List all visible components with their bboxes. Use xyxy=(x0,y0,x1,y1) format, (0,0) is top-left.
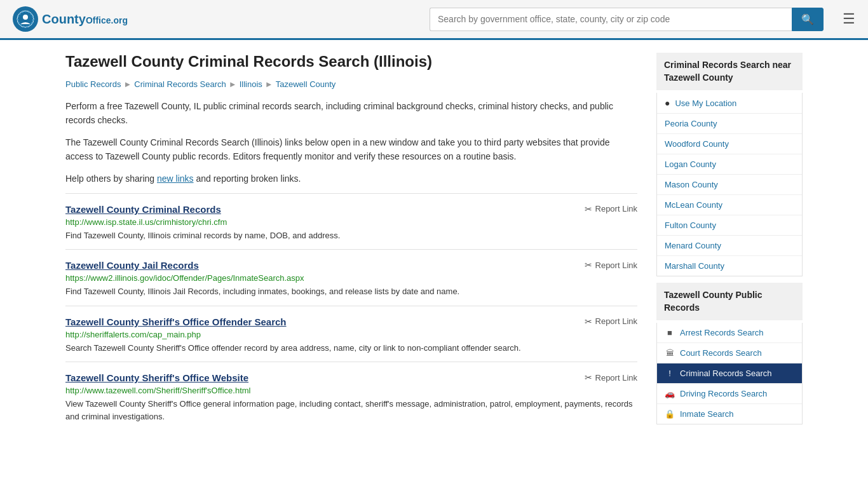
link-item-header: Tazewell County Sheriff's Office Offende… xyxy=(65,316,637,327)
link-item: Tazewell County Criminal Records ✂ Repor… xyxy=(65,193,637,250)
link-url-1: https://www2.illinois.gov/idoc/Offender/… xyxy=(65,273,637,283)
link-desc-0: Find Tazewell County, Illinois criminal … xyxy=(65,229,637,242)
sidebar: Criminal Records Search near Tazewell Co… xyxy=(656,53,803,431)
public-records-link-3[interactable]: 🚗Driving Records Search xyxy=(657,384,802,404)
description-2: The Tazewell County Criminal Records Sea… xyxy=(65,135,637,164)
link-item-header: Tazewell County Criminal Records ✂ Repor… xyxy=(65,204,637,215)
public-records-link-2[interactable]: !Criminal Records Search xyxy=(657,363,802,384)
description-3: Help others by sharing new links and rep… xyxy=(65,172,637,186)
link-title-3[interactable]: Tazewell County Sheriff's Office Website xyxy=(65,372,248,383)
public-records-links: ■Arrest Records Search🏛Court Records Sea… xyxy=(656,323,803,424)
logo-org: Office.org xyxy=(86,15,128,25)
nearby-county-7[interactable]: Marshall County xyxy=(657,256,802,276)
breadcrumb-tazewell[interactable]: Tazewell County xyxy=(276,79,336,89)
link-title-0[interactable]: Tazewell County Criminal Records xyxy=(65,204,221,215)
scissors-icon: ✂ xyxy=(585,260,592,270)
public-records-label-3: Driving Records Search xyxy=(680,389,767,398)
main-container: Tazewell County Criminal Records Search … xyxy=(53,40,815,444)
link-item-header: Tazewell County Jail Records ✂ Report Li… xyxy=(65,260,637,271)
link-item-header: Tazewell County Sheriff's Office Website… xyxy=(65,372,637,383)
link-item: Tazewell County Jail Records ✂ Report Li… xyxy=(65,249,637,306)
link-title-1[interactable]: Tazewell County Jail Records xyxy=(65,260,199,271)
public-records-label-0: Arrest Records Search xyxy=(680,328,764,337)
breadcrumb: Public Records ► Criminal Records Search… xyxy=(65,79,637,89)
link-desc-2: Search Tazewell County Sheriff's Office … xyxy=(65,342,637,355)
use-my-location-label: Use My Location xyxy=(675,98,736,108)
link-icon-3: 🚗 xyxy=(665,389,675,398)
content-area: Tazewell County Criminal Records Search … xyxy=(65,53,637,431)
public-records-section-header: Tazewell County Public Records xyxy=(656,283,803,320)
breadcrumb-illinois[interactable]: Illinois xyxy=(240,79,262,89)
nearby-county-3[interactable]: Mason County xyxy=(657,175,802,195)
public-records-label-1: Court Records Search xyxy=(680,348,762,358)
link-icon-2: ! xyxy=(665,369,675,378)
link-url-0: http://www.isp.state.il.us/crimhistory/c… xyxy=(65,217,637,227)
report-link-button-0[interactable]: ✂ Report Link xyxy=(585,204,637,214)
menu-button[interactable]: ☰ xyxy=(843,11,855,27)
nearby-county-6[interactable]: Menard County xyxy=(657,236,802,256)
nearby-links: ● Use My Location Peoria CountyWoodford … xyxy=(656,93,803,276)
search-button[interactable]: 🔍 xyxy=(792,8,824,31)
link-icon-0: ■ xyxy=(665,328,675,337)
logo-icon xyxy=(13,6,38,32)
link-item: Tazewell County Sheriff's Office Website… xyxy=(65,362,637,430)
link-url-3: http://www.tazewell.com/Sheriff/Sheriff'… xyxy=(65,386,637,395)
nearby-county-1[interactable]: Woodford County xyxy=(657,134,802,154)
public-records-label-2: Criminal Records Search xyxy=(680,369,772,378)
nearby-section-header: Criminal Records Search near Tazewell Co… xyxy=(656,53,803,90)
nearby-county-4[interactable]: McLean County xyxy=(657,195,802,215)
nearby-counties: Peoria CountyWoodford CountyLogan County… xyxy=(657,114,802,276)
nearby-county-0[interactable]: Peoria County xyxy=(657,114,802,134)
use-my-location[interactable]: ● Use My Location xyxy=(657,93,802,114)
nearby-county-2[interactable]: Logan County xyxy=(657,154,802,175)
public-records-label-4: Inmate Search xyxy=(680,409,734,419)
link-url-2: http://sheriffalerts.com/cap_main.php xyxy=(65,330,637,339)
report-label: Report Link xyxy=(595,316,637,326)
link-desc-1: Find Tazewell County, Illinois Jail Reco… xyxy=(65,285,637,298)
public-records-link-1[interactable]: 🏛Court Records Search xyxy=(657,343,802,363)
report-link-button-2[interactable]: ✂ Report Link xyxy=(585,316,637,327)
link-icon-1: 🏛 xyxy=(665,348,675,358)
logo-text: CountyOffice.org xyxy=(42,12,128,27)
link-item: Tazewell County Sheriff's Office Offende… xyxy=(65,306,637,362)
nearby-title: Criminal Records Search near Tazewell Co… xyxy=(664,59,795,84)
public-records-link-0[interactable]: ■Arrest Records Search xyxy=(657,323,802,343)
page-title: Tazewell County Criminal Records Search … xyxy=(65,53,637,71)
description-1: Perform a free Tazewell County, IL publi… xyxy=(65,99,637,128)
report-label: Report Link xyxy=(595,373,637,383)
location-icon: ● xyxy=(665,98,670,108)
search-input[interactable] xyxy=(430,8,792,31)
report-link-button-3[interactable]: ✂ Report Link xyxy=(585,372,637,383)
search-bar: 🔍 xyxy=(430,8,824,31)
scissors-icon: ✂ xyxy=(585,316,592,327)
new-links-link[interactable]: new links xyxy=(157,173,194,184)
link-icon-4: 🔒 xyxy=(665,409,675,419)
scissors-icon: ✂ xyxy=(585,372,592,383)
scissors-icon: ✂ xyxy=(585,204,592,214)
report-label: Report Link xyxy=(595,204,637,214)
public-records-title: Tazewell County Public Records xyxy=(664,289,795,314)
svg-point-1 xyxy=(23,15,28,20)
nearby-county-5[interactable]: Fulton County xyxy=(657,215,802,236)
link-desc-3: View Tazewell County Sheriff's Office ge… xyxy=(65,398,637,423)
breadcrumb-public-records[interactable]: Public Records xyxy=(65,79,121,89)
link-items: Tazewell County Criminal Records ✂ Repor… xyxy=(65,193,637,431)
public-records-items: ■Arrest Records Search🏛Court Records Sea… xyxy=(657,323,802,424)
report-label: Report Link xyxy=(595,261,637,270)
public-records-link-4[interactable]: 🔒Inmate Search xyxy=(657,404,802,424)
site-header: CountyOffice.org 🔍 ☰ xyxy=(0,0,868,40)
link-title-2[interactable]: Tazewell County Sheriff's Office Offende… xyxy=(65,316,287,327)
report-link-button-1[interactable]: ✂ Report Link xyxy=(585,260,637,270)
breadcrumb-criminal-records[interactable]: Criminal Records Search xyxy=(134,79,226,89)
site-logo[interactable]: CountyOffice.org xyxy=(13,6,128,32)
